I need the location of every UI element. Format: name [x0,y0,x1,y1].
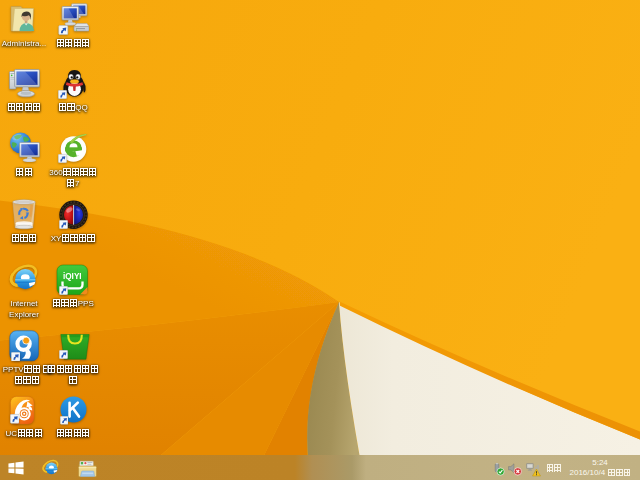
svg-text:iQIYI: iQIYI [63,272,82,281]
